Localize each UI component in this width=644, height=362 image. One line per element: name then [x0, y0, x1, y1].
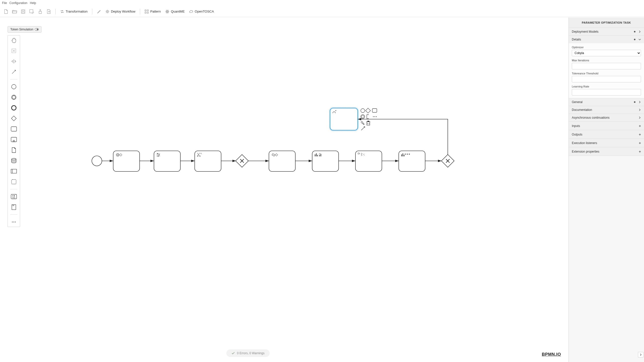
- save-edit-button[interactable]: [28, 8, 35, 15]
- svg-rect-1: [22, 10, 24, 11]
- export-button[interactable]: [45, 8, 52, 15]
- context-append-event[interactable]: [361, 109, 365, 113]
- context-append-task[interactable]: [372, 109, 377, 112]
- chevron-down-icon: [638, 38, 641, 41]
- tolerance-input[interactable]: [572, 76, 641, 82]
- section-documentation[interactable]: Documentation: [569, 106, 644, 114]
- svg-rect-68: [401, 154, 402, 156]
- separator: [92, 9, 92, 14]
- svg-rect-8: [147, 12, 148, 13]
- transformation-icon: [60, 10, 64, 14]
- section-label: Documentation: [572, 108, 592, 112]
- bpmn-io-watermark[interactable]: BPMN.IO: [542, 352, 561, 357]
- svg-rect-52: [269, 151, 295, 171]
- sliders-icon: [156, 153, 160, 157]
- context-annotation[interactable]: [367, 115, 369, 119]
- dot-icon: [634, 31, 635, 32]
- svg-point-82: [375, 116, 375, 117]
- context-delete-icon[interactable]: [366, 121, 370, 125]
- gateway-merge[interactable]: [236, 155, 249, 167]
- svg-rect-60: [317, 155, 318, 156]
- upload-button[interactable]: [37, 8, 44, 15]
- section-general[interactable]: General: [569, 98, 644, 106]
- quantme-button[interactable]: QuantME: [164, 9, 186, 15]
- max-iterations-label: Max Iterations: [572, 59, 641, 62]
- new-file-button[interactable]: [3, 8, 10, 15]
- quantme-label: QuantME: [171, 10, 185, 13]
- task-4[interactable]: [269, 151, 295, 171]
- optimizer-select[interactable]: Cobyla: [572, 50, 641, 56]
- section-deployment-models[interactable]: Deployment Models: [569, 28, 644, 35]
- svg-rect-2: [22, 12, 24, 13]
- chevron-right-icon: [638, 101, 641, 103]
- chevron-right-icon: [638, 109, 641, 111]
- canvas[interactable]: [0, 18, 569, 362]
- section-outputs[interactable]: Outputs +: [569, 130, 644, 139]
- dot-icon: [634, 39, 635, 40]
- section-label: Details: [572, 38, 581, 41]
- svg-point-76: [361, 109, 365, 113]
- chevron-right-icon: [639, 353, 642, 356]
- svg-rect-70: [404, 155, 405, 156]
- gateway-split[interactable]: [441, 155, 454, 167]
- section-extension-properties[interactable]: Extension properties +: [569, 147, 644, 156]
- open-file-button[interactable]: [11, 8, 18, 15]
- plus-icon[interactable]: +: [639, 149, 641, 154]
- task-2[interactable]: [154, 151, 180, 171]
- svg-rect-77: [366, 108, 371, 113]
- task-6[interactable]: [355, 151, 382, 171]
- chevron-right-icon: [638, 116, 641, 119]
- menu-configuration[interactable]: Configuration: [9, 1, 27, 5]
- section-execution-listeners[interactable]: Execution listeners +: [569, 139, 644, 147]
- pattern-label: Pattern: [150, 10, 161, 13]
- section-details[interactable]: Details: [569, 36, 644, 43]
- learning-rate-input[interactable]: [572, 89, 641, 96]
- svg-rect-58: [315, 154, 315, 156]
- plus-icon[interactable]: +: [639, 132, 641, 137]
- start-event[interactable]: [92, 156, 102, 166]
- properties-panel: PARAMETER OPTIMIZATION TASK Deployment M…: [569, 18, 644, 362]
- context-append-gateway[interactable]: [366, 108, 371, 113]
- plus-icon[interactable]: +: [639, 124, 641, 128]
- context-more-icon[interactable]: [373, 116, 377, 117]
- svg-rect-5: [145, 10, 146, 11]
- svg-rect-84: [367, 122, 370, 125]
- svg-point-79: [361, 115, 365, 119]
- context-connect-icon[interactable]: [361, 127, 365, 130]
- menu-file[interactable]: File: [2, 1, 7, 5]
- opentosca-button[interactable]: OpenTOSCA: [188, 9, 215, 15]
- svg-rect-46: [195, 151, 221, 171]
- section-label: Outputs: [572, 133, 582, 136]
- selected-task-parameter-optimization[interactable]: [329, 107, 358, 131]
- pattern-button[interactable]: Pattern: [143, 9, 162, 15]
- svg-point-12: [167, 11, 168, 12]
- context-append-intermediate[interactable]: [361, 115, 365, 119]
- pattern-icon: [145, 10, 149, 14]
- svg-rect-7: [145, 12, 146, 13]
- svg-point-81: [373, 116, 374, 117]
- deploy-workflow-button[interactable]: Deploy Workflow: [104, 9, 137, 15]
- status-pill[interactable]: 0 Errors, 0 Warnings: [226, 349, 270, 357]
- task-3[interactable]: [195, 151, 221, 171]
- dot-icon: [634, 101, 635, 103]
- plus-icon[interactable]: +: [639, 141, 641, 145]
- max-iterations-input[interactable]: [572, 63, 641, 69]
- svg-rect-0: [21, 10, 25, 13]
- check-icon: [231, 351, 235, 355]
- panel-collapse-button[interactable]: [638, 352, 643, 357]
- svg-rect-62: [320, 154, 321, 156]
- svg-rect-42: [157, 153, 158, 154]
- task-7[interactable]: [399, 151, 425, 171]
- status-text: 0 Errors, 0 Warnings: [237, 351, 265, 355]
- task-1[interactable]: [113, 151, 140, 171]
- menu-help[interactable]: Help: [30, 1, 36, 5]
- optimizer-label: Optimizer: [572, 46, 641, 49]
- transformation-button[interactable]: Transformation: [59, 9, 89, 15]
- section-label: General: [572, 100, 583, 104]
- section-inputs[interactable]: Inputs +: [569, 122, 644, 130]
- save-button[interactable]: [20, 8, 27, 15]
- context-wrench-icon[interactable]: [361, 121, 364, 125]
- task-5[interactable]: [312, 151, 339, 171]
- config-icon-button[interactable]: [95, 8, 102, 15]
- section-async[interactable]: Asynchronous continuations: [569, 114, 644, 121]
